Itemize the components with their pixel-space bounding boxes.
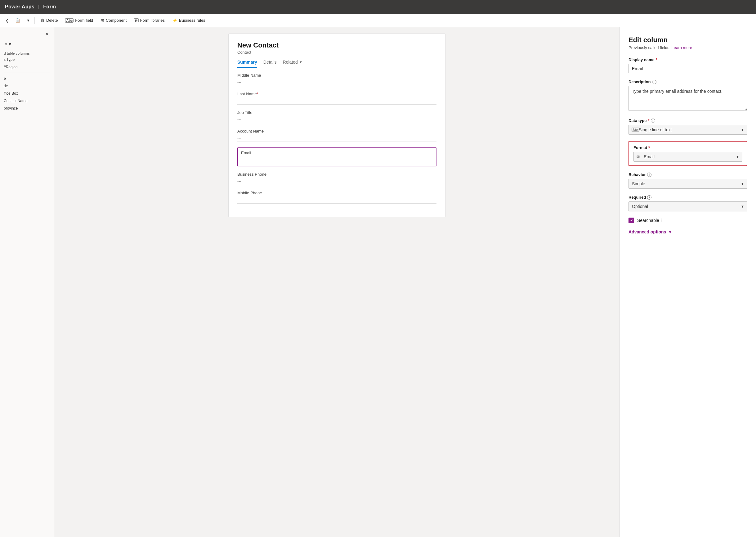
field-job-title: Job Title ---	[237, 110, 436, 123]
field-label-middle-name: Middle Name	[237, 73, 436, 78]
filter-chevron-icon: ▼	[8, 42, 12, 47]
display-name-input[interactable]	[628, 64, 747, 73]
data-type-select[interactable]: Single line of text	[628, 125, 747, 135]
component-button[interactable]: ⊞ Component	[97, 17, 130, 24]
sidebar-item-label: Contact Name	[4, 99, 28, 103]
title-separator: |	[38, 4, 39, 10]
display-name-section: Display name *	[628, 58, 747, 73]
filter-icon: ▿	[5, 42, 7, 47]
top-bar: Power Apps | Form	[0, 0, 756, 14]
sidebar-item-4[interactable]: de	[0, 82, 54, 90]
field-label-job-title: Job Title	[237, 110, 436, 115]
sidebar-item-label: s Type	[4, 58, 15, 62]
main-area: ✕ ▿ ▼ d table columns s Type //Region e …	[0, 27, 756, 537]
sidebar-item-officebox[interactable]: ffice Box	[0, 90, 54, 97]
behavior-info-icon: i	[647, 173, 652, 177]
data-type-label: Data type * i	[628, 118, 747, 123]
form-libraries-button[interactable]: js Form libraries	[131, 17, 168, 24]
description-label: Description i	[628, 79, 747, 84]
sidebar-section-title: d table columns	[0, 50, 54, 56]
form-field-label: Form field	[75, 18, 93, 23]
field-label-email: Email	[241, 150, 433, 155]
sidebar-filter-area: ▿ ▼	[0, 40, 54, 50]
field-value-mobile-phone: ---	[237, 196, 436, 204]
field-label-account-name: Account Name	[237, 129, 436, 134]
toolbar-dropdown-button[interactable]: ▼	[24, 17, 32, 24]
sidebar-item-3[interactable]: e	[0, 75, 54, 82]
tab-details[interactable]: Details	[263, 60, 277, 68]
filter-button[interactable]: ▿ ▼	[4, 41, 13, 47]
required-select-wrapper: Optional ▼	[628, 201, 747, 211]
searchable-row: ✓ Searchable i	[628, 218, 747, 223]
field-last-name: Last Name* ---	[237, 92, 436, 104]
back-button[interactable]: ❮	[4, 17, 11, 24]
form-libraries-label: Form libraries	[140, 18, 165, 23]
required-select[interactable]: Optional	[628, 201, 747, 211]
field-mobile-phone: Mobile Phone ---	[237, 190, 436, 204]
app-section: Form	[43, 4, 56, 10]
field-value-email: ---	[241, 156, 433, 163]
description-textarea[interactable]: Type the primary email address for the c…	[628, 86, 747, 111]
field-middle-name: Middle Name ---	[237, 73, 436, 86]
advanced-options-row[interactable]: Advanced options ▼	[628, 229, 747, 234]
field-business-phone: Business Phone ---	[237, 172, 436, 185]
format-select-wrapper: ✉ Email ▼	[633, 152, 742, 162]
form-field-button[interactable]: Abc Form field	[62, 17, 96, 24]
sidebar: ✕ ▿ ▼ d table columns s Type //Region e …	[0, 27, 54, 537]
description-section: Description i Type the primary email add…	[628, 79, 747, 112]
form-canvas: New Contact Contact Summary Details Rela…	[54, 27, 620, 537]
behavior-select-wrapper: Simple ▼	[628, 179, 747, 189]
sidebar-item-province[interactable]: province	[0, 104, 54, 112]
sidebar-divider	[4, 73, 50, 73]
related-chevron-icon: ▼	[299, 60, 302, 64]
format-required-marker: *	[648, 145, 650, 150]
sidebar-item-label: de	[4, 84, 8, 88]
app-title: Power Apps	[5, 4, 34, 10]
display-name-label: Display name *	[628, 58, 747, 62]
sidebar-item-label: //Region	[4, 65, 18, 69]
sidebar-item-label: province	[4, 106, 18, 110]
form-fields: Middle Name --- Last Name* --- Job Title…	[237, 73, 436, 204]
searchable-info-icon: i	[661, 218, 662, 223]
sidebar-item-stype[interactable]: s Type	[0, 56, 54, 63]
required-label: Required i	[628, 195, 747, 200]
toolbar-divider-1	[34, 17, 35, 24]
data-type-required-marker: *	[648, 118, 650, 123]
searchable-checkbox[interactable]: ✓	[628, 218, 634, 223]
form-tabs: Summary Details Related ▼	[237, 60, 436, 68]
format-section: Format * ✉ Email ▼	[628, 141, 747, 166]
copy-button[interactable]: 📋	[12, 17, 23, 24]
field-value-account-name: ---	[237, 134, 436, 142]
data-type-section: Data type * i Abc Single line of text ▼	[628, 118, 747, 135]
tab-summary[interactable]: Summary	[237, 60, 257, 68]
sidebar-item-region[interactable]: //Region	[0, 63, 54, 71]
field-email[interactable]: Email ---	[237, 147, 436, 166]
required-section: Required i Optional ▼	[628, 195, 747, 211]
data-type-select-wrapper: Abc Single line of text ▼	[628, 125, 747, 135]
business-rules-button[interactable]: ⚡ Business rules	[169, 17, 208, 24]
delete-button[interactable]: 🗑 Delete	[37, 17, 61, 24]
learn-more-link[interactable]: Learn more	[672, 45, 692, 50]
checkbox-check-icon: ✓	[630, 219, 633, 223]
form-subtitle: Contact	[237, 50, 436, 55]
sidebar-close-area: ✕	[0, 30, 54, 40]
format-select[interactable]: Email	[633, 152, 742, 162]
data-type-info-icon: i	[651, 119, 655, 123]
close-sidebar-button[interactable]: ✕	[44, 31, 50, 37]
behavior-label: Behavior i	[628, 172, 747, 177]
delete-label: Delete	[46, 18, 58, 23]
behavior-select[interactable]: Simple	[628, 179, 747, 189]
form-card: New Contact Contact Summary Details Rela…	[228, 33, 445, 217]
business-rules-label: Business rules	[179, 18, 206, 23]
description-info-icon: i	[652, 80, 657, 84]
sidebar-item-label: ffice Box	[4, 91, 18, 96]
component-icon: ⊞	[100, 18, 104, 23]
sidebar-item-contactname[interactable]: Contact Name	[0, 97, 54, 104]
panel-title: Edit column	[628, 36, 747, 44]
form-field-icon: Abc	[65, 18, 74, 23]
field-value-last-name: ---	[237, 97, 436, 104]
tab-related[interactable]: Related ▼	[283, 60, 302, 68]
searchable-label: Searchable i	[637, 218, 662, 223]
behavior-section: Behavior i Simple ▼	[628, 172, 747, 189]
required-info-icon: i	[647, 195, 652, 200]
